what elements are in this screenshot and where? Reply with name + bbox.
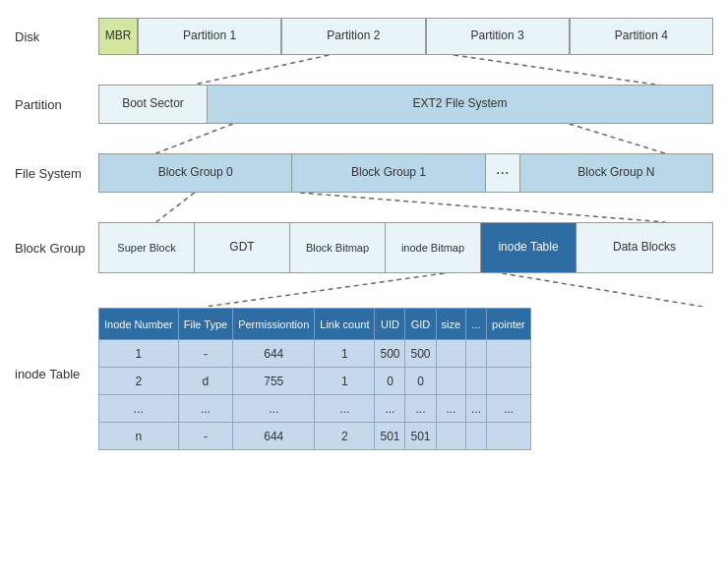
disk-boxes: MBR Partition 1 Partition 2 Partition 3 … (98, 18, 713, 55)
cell: 500 (375, 340, 405, 368)
cell: ... (99, 395, 179, 423)
inode-table-box: inode Table (481, 223, 576, 272)
block-bitmap-box: Block Bitmap (290, 223, 386, 272)
cell: 2 (99, 368, 179, 395)
connector-1 (98, 55, 713, 85)
cell (436, 340, 466, 368)
cell: ... (178, 395, 232, 423)
partition4-box: Partition 4 (570, 18, 713, 55)
cell: ... (436, 395, 466, 423)
col-file-type: File Type (178, 309, 232, 340)
table-row: 2 d 755 1 0 0 (99, 368, 531, 395)
cell: 501 (405, 423, 436, 450)
cell: 0 (375, 368, 405, 395)
inode-table-section: inode Table Inode Number File Type Permi… (15, 308, 713, 450)
col-inode-number: Inode Number (99, 309, 179, 340)
cell: n (99, 423, 179, 450)
cell (487, 423, 531, 450)
svg-line-0 (195, 55, 330, 85)
cell: 0 (405, 368, 436, 395)
cell: ... (466, 395, 487, 423)
col-pointer: pointer (487, 309, 531, 340)
connector-3 (98, 193, 713, 222)
svg-line-1 (454, 55, 655, 85)
cell (466, 423, 487, 450)
inode-header-row: Inode Number File Type Permissiontion Li… (99, 309, 531, 340)
blockgroup-row: Block Group Super Block GDT Block Bitmap… (15, 222, 713, 273)
cell: 644 (233, 340, 315, 368)
cell: d (178, 368, 232, 395)
cell (436, 423, 466, 450)
svg-line-2 (156, 124, 233, 153)
col-gid: GID (405, 309, 436, 340)
cell (487, 368, 531, 395)
boot-sector-box: Boot Sector (99, 86, 208, 123)
filesystem-label: File System (15, 166, 98, 181)
filesystem-row: File System Block Group 0 Block Group 1 … (15, 153, 713, 193)
inode-grid: Inode Number File Type Permissiontion Li… (98, 308, 531, 450)
cell: 755 (233, 368, 315, 395)
inode-table-container: Inode Number File Type Permissiontion Li… (98, 308, 713, 450)
cell: ... (405, 395, 436, 423)
table-row: ... ... ... ... ... ... ... ... ... (99, 395, 531, 423)
ext2-box: EXT2 File System (208, 86, 712, 123)
cell: ... (375, 395, 405, 423)
col-permission: Permissiontion (233, 309, 315, 340)
cell: 500 (405, 340, 436, 368)
mbr-box: MBR (98, 18, 138, 55)
dots-box: ··· (486, 154, 520, 192)
partition3-box: Partition 3 (426, 18, 570, 55)
gdt-box: GDT (195, 223, 290, 272)
superblock-box: Super Block (99, 223, 195, 272)
col-link-count: Link count (315, 309, 375, 340)
blockgroup-boxes: Super Block GDT Block Bitmap inode Bitma… (98, 222, 713, 273)
svg-line-4 (156, 193, 195, 222)
blockgroupN-box: Block Group N (520, 154, 712, 192)
partition2-box: Partition 2 (281, 18, 425, 55)
disk-label: Disk (15, 29, 98, 44)
table-row: n - 644 2 501 501 (99, 423, 531, 450)
cell (487, 340, 531, 368)
cell: 1 (315, 340, 375, 368)
blockgroup-label: Block Group (15, 241, 98, 256)
cell: 644 (233, 423, 315, 450)
partition-label: Partition (15, 97, 98, 112)
col-uid: UID (375, 309, 405, 340)
partition-boxes: Boot Sector EXT2 File System (98, 85, 713, 124)
inode-table-label: inode Table (15, 308, 98, 381)
connector-2 (98, 124, 713, 153)
col-dots: ... (466, 309, 487, 340)
col-size: size (436, 309, 466, 340)
filesystem-boxes: Block Group 0 Block Group 1 ··· Block Gr… (98, 153, 713, 193)
partition1-box: Partition 1 (138, 18, 281, 55)
blockgroup0-box: Block Group 0 (99, 154, 292, 192)
svg-line-6 (204, 273, 444, 307)
blockgroup1-box: Block Group 1 (292, 154, 485, 192)
cell: 1 (315, 368, 375, 395)
svg-line-7 (502, 273, 703, 307)
cell: - (178, 423, 232, 450)
cell (466, 340, 487, 368)
connector-4 (98, 273, 713, 308)
cell: ... (487, 395, 531, 423)
inode-body: 1 - 644 1 500 500 2 d 755 1 0 0 (99, 340, 531, 450)
cell: ... (315, 395, 375, 423)
partition-row: Partition Boot Sector EXT2 File System (15, 85, 713, 124)
cell: - (178, 340, 232, 368)
data-blocks-box: Data Blocks (576, 223, 712, 272)
table-row: 1 - 644 1 500 500 (99, 340, 531, 368)
cell: ... (233, 395, 315, 423)
cell (436, 368, 466, 395)
svg-line-5 (300, 193, 665, 222)
cell: 2 (315, 423, 375, 450)
svg-line-3 (570, 124, 666, 153)
cell (466, 368, 487, 395)
cell: 1 (99, 340, 179, 368)
cell: 501 (375, 423, 405, 450)
inode-bitmap-box: inode Bitmap (386, 223, 481, 272)
disk-row: Disk MBR Partition 1 Partition 2 Partiti… (15, 18, 713, 55)
